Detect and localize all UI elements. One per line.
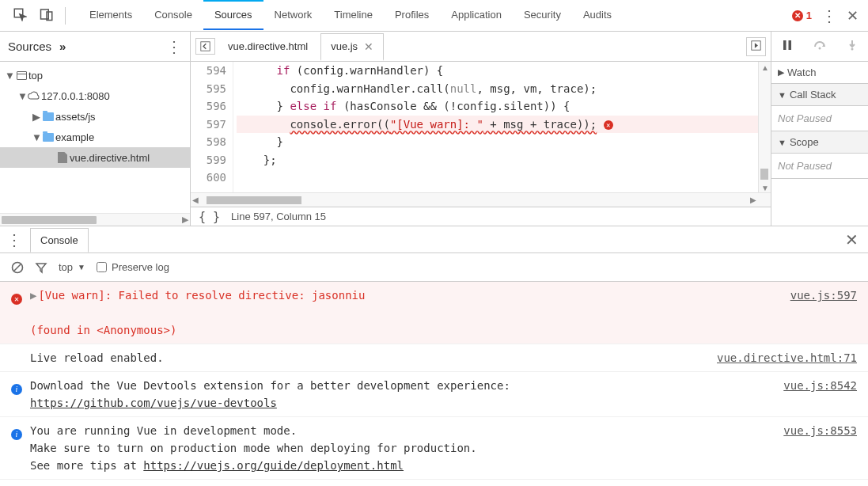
panel-tab-profiles[interactable]: Profiles [384,1,440,30]
svg-point-8 [851,48,853,51]
code-editor[interactable]: 594595596597598599600 if (config.warnHan… [191,62,771,192]
preserve-log-checkbox[interactable]: Preserve log [97,261,169,273]
info-icon: i [11,384,22,395]
tree-label: assets/js [55,111,96,123]
error-count: 1 [806,9,812,21]
editor-vscrollbar[interactable]: ▲▼ [758,62,771,194]
console-tab[interactable]: Console [30,228,89,252]
cloud-icon [27,91,41,101]
console-drawer-header: ⋮ Console ✕ [0,226,868,253]
expand-icon[interactable]: ▶ [30,287,36,304]
callstack-section[interactable]: ▼Call Stack [771,84,868,106]
more-options-icon[interactable]: ⋮ [821,6,837,25]
source-link[interactable]: vue.js:8553 [783,422,857,439]
tree-label: example [55,131,94,143]
panel-tab-elements[interactable]: Elements [78,1,143,30]
tree-top[interactable]: ▼ top [0,65,190,85]
pretty-print-icon[interactable]: { } [199,210,220,224]
editor-hscrollbar[interactable]: ◀▶ [191,192,771,207]
editor-statusbar: { } Line 597, Column 15 [191,207,771,226]
panel-tabs: ElementsConsoleSourcesNetworkTimelinePro… [78,1,792,30]
svg-rect-3 [201,42,210,51]
cursor-position: Line 597, Column 15 [231,211,326,222]
toggle-debug-icon[interactable] [746,37,766,56]
tree-label: top [28,70,43,82]
tree-file-vue-directive[interactable]: vue.directive.html [0,147,190,168]
svg-rect-1 [41,9,49,19]
svg-point-7 [818,47,821,50]
section-label: Scope [790,136,819,148]
deployment-link[interactable]: https://vuejs.org/guide/deployment.html [143,459,404,472]
editor-pane: vue.directive.htmlvue.js✕ 59459559659759… [191,32,771,226]
source-link[interactable]: vue.js:8542 [783,377,857,394]
sidebar-options-icon[interactable]: ⋮ [166,37,182,56]
context-label: top [59,261,73,273]
panel-tab-console[interactable]: Console [143,1,203,30]
console-toolbar: top ▼ Preserve log [0,253,868,282]
tree-folder-assets[interactable]: ▶ assets/js [0,106,190,127]
step-over-icon[interactable] [813,39,826,54]
debugger-sidebar: ▶Watch ▼Call Stack Not Paused ▼Scope Not… [771,32,868,226]
source-link[interactable]: vue.js:597 [790,287,857,304]
file-tab[interactable]: vue.js✕ [320,33,384,61]
inspect-element-icon[interactable] [6,4,33,27]
sources-tab-label[interactable]: Sources [8,40,51,53]
panel-tab-security[interactable]: Security [513,1,572,30]
callstack-status: Not Paused [771,106,868,131]
step-into-icon[interactable] [846,39,859,54]
console-prompt[interactable]: > [0,480,868,486]
console-message[interactable]: i Download the Vue Devtools extension fo… [0,372,868,417]
console-message[interactable]: ✕ ▶[Vue warn]: Failed to resolve directi… [0,282,868,344]
file-icon [58,152,67,163]
panel-tab-application[interactable]: Application [440,1,513,30]
more-tabs-icon[interactable]: » [59,40,66,53]
console-message[interactable]: Live reload enabled. vue.directive.html:… [0,344,868,372]
console-options-icon[interactable]: ⋮ [6,230,30,249]
panel-tab-audits[interactable]: Audits [572,1,623,30]
error-marker-icon[interactable]: ✕ [604,120,613,130]
console-output: ✕ ▶[Vue warn]: Failed to resolve directi… [0,282,868,486]
error-icon: ✕ [11,294,22,305]
filter-icon[interactable] [35,260,47,274]
panel-tab-timeline[interactable]: Timeline [323,1,384,30]
section-label: Call Stack [790,89,836,101]
scope-status: Not Paused [771,154,868,179]
pause-icon[interactable] [781,39,794,54]
editor-tabs: vue.directive.htmlvue.js✕ [191,32,771,62]
preserve-log-input[interactable] [97,262,107,272]
line-gutter: 594595596597598599600 [191,62,233,192]
close-drawer-icon[interactable]: ✕ [845,230,862,249]
nav-history-icon[interactable] [195,38,215,55]
file-tree: ▼ top ▼ 127.0.0.1:8080 ▶ assets/js ▼ exa… [0,62,190,213]
sources-sidebar: Sources » ⋮ ▼ top ▼ 127.0.0.1:8080 ▶ ass… [0,32,191,226]
code-lines: if (config.warnHandler) { config.warnHan… [233,62,771,192]
sidebar-scrollbar[interactable]: ▶ [0,213,190,226]
context-selector[interactable]: top ▼ [59,261,85,273]
error-count-badge[interactable]: ✕ 1 [792,9,812,21]
close-devtools-icon[interactable]: ✕ [847,7,862,25]
console-message[interactable]: i You are running Vue in development mod… [0,417,868,480]
error-icon: ✕ [792,10,803,21]
folder-icon [43,133,54,142]
window-icon [17,71,27,80]
preserve-log-label: Preserve log [112,261,169,273]
folder-icon [43,112,54,121]
chevron-down-icon: ▼ [78,263,85,271]
tree-label: 127.0.0.1:8080 [41,90,110,102]
debugger-controls [771,32,868,62]
panel-tab-sources[interactable]: Sources [203,1,263,30]
tree-folder-example[interactable]: ▼ example [0,127,190,147]
watch-section[interactable]: ▶Watch [771,62,868,84]
device-toggle-icon[interactable] [33,4,60,27]
devtools-link[interactable]: https://github.com/vuejs/vue-devtools [30,397,277,409]
scope-section[interactable]: ▼Scope [771,131,868,154]
tree-host[interactable]: ▼ 127.0.0.1:8080 [0,85,190,106]
source-link[interactable]: vue.directive.html:71 [717,349,857,366]
file-tab[interactable]: vue.directive.html [218,33,317,60]
devtools-tabbar: ElementsConsoleSourcesNetworkTimelinePro… [0,0,868,32]
section-label: Watch [787,66,816,78]
clear-console-icon[interactable] [11,260,24,274]
svg-line-10 [14,264,21,271]
close-tab-icon[interactable]: ✕ [364,40,373,53]
panel-tab-network[interactable]: Network [263,1,324,30]
